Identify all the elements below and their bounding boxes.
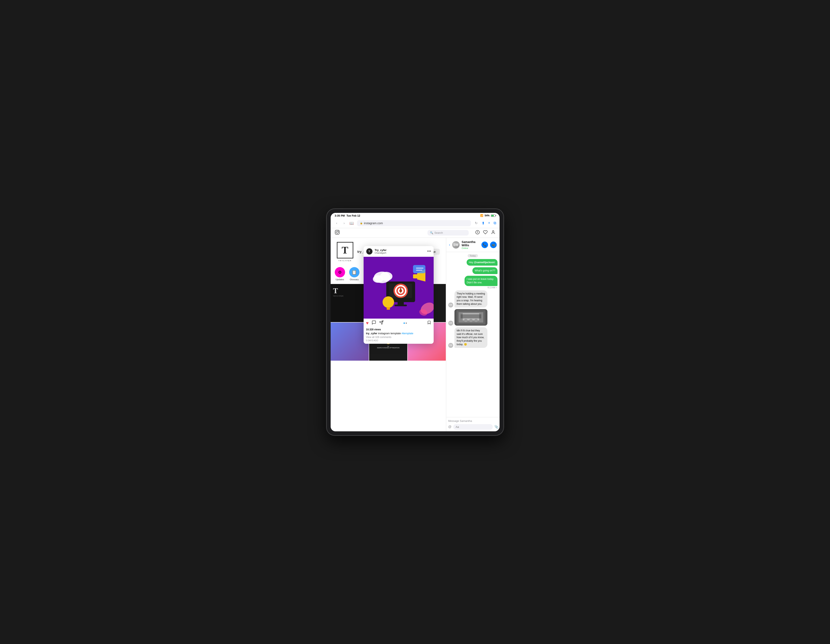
msg-body: Today Hey @samwilljackson! What's going … xyxy=(446,252,500,417)
post-card-body: 10.328 views try_cyfer instagram templat… xyxy=(364,328,434,344)
post-more-button[interactable]: ••• xyxy=(427,249,431,254)
msg-sender-avatar-2: SW xyxy=(448,320,453,325)
updates-label: Updates xyxy=(336,278,344,281)
msg-bubble-4: They're holding a meeting right now. Wai… xyxy=(455,290,488,308)
msg-back-button[interactable]: ‹ xyxy=(449,243,450,247)
glossary-label: Glossary xyxy=(350,278,359,281)
comment-button[interactable] xyxy=(372,320,376,326)
post-views: 10.328 views xyxy=(366,328,431,331)
trycyfer-logo: T xyxy=(337,242,353,259)
status-bar: 3:35 PM Tue Feb 12 📶 54% xyxy=(331,213,500,219)
battery-icon xyxy=(491,214,496,217)
msg-online-status: Online xyxy=(462,247,479,249)
bookmark-button[interactable] xyxy=(427,320,431,326)
msg-timestamp-1: 8:13 AM ✓ xyxy=(488,286,497,289)
msg-image-svg xyxy=(455,309,488,325)
svg-marker-4 xyxy=(477,231,478,232)
video-call-button[interactable]: 📹 xyxy=(490,241,497,248)
heart-icon[interactable] xyxy=(483,230,488,236)
svg-rect-23 xyxy=(413,274,418,278)
svg-marker-5 xyxy=(477,232,478,233)
reload-button[interactable]: ↻ xyxy=(474,220,479,226)
msg-image-bubble[interactable] xyxy=(455,309,488,325)
glossary-item[interactable]: 📋 Glossary xyxy=(349,267,360,281)
msg-input-placeholder: Message Samantha xyxy=(448,419,497,423)
svg-point-1 xyxy=(336,231,338,233)
ipad-screen: 3:35 PM Tue Feb 12 📶 54% ‹ › 📖 🔒 instagr… xyxy=(331,213,500,431)
bookmarks-button[interactable]: 📖 xyxy=(349,220,355,226)
profile-logo: T TRYCYFER xyxy=(337,242,353,262)
svg-point-37 xyxy=(474,319,478,322)
msg-bubble-3: I was put on leave today. Didn't file on… xyxy=(464,276,497,286)
post-card-username: Try_cyfer xyxy=(375,249,425,252)
phone-call-button[interactable]: 📞 xyxy=(482,241,488,248)
dots-indicator xyxy=(404,322,407,324)
dot-1 xyxy=(404,322,405,324)
ig-profile-area: T TRYCYFER try_cyfer Follow Message xyxy=(331,238,446,431)
svg-rect-11 xyxy=(394,305,407,306)
like-button[interactable]: ♥ xyxy=(366,320,369,326)
time-display: 3:35 PM xyxy=(335,214,345,217)
grid-item-1[interactable]: T TRYCYFER xyxy=(331,284,369,322)
msg-row-5: SW xyxy=(448,309,497,325)
attach-icon[interactable]: 📎 xyxy=(494,425,499,429)
ig-navbar: 🔍 Search xyxy=(331,228,500,238)
lock-icon: 🔒 xyxy=(360,222,363,224)
browser-chrome: ‹ › 📖 🔒 instagram.com ↻ ⬆ + ⧉ xyxy=(331,219,500,228)
tabs-button[interactable]: ⧉ xyxy=(494,221,496,225)
profile-icon[interactable] xyxy=(491,230,496,236)
msg-row-4: SW They're holding a meeting right now. … xyxy=(448,290,497,308)
svg-point-6 xyxy=(493,231,494,232)
caption-username: try_cyfer xyxy=(366,332,377,335)
url-text: instagram.com xyxy=(364,222,383,225)
svg-rect-26 xyxy=(413,265,425,273)
msg-call-buttons: 📞 📹 xyxy=(482,241,497,248)
msg-contact-info: Samantha Willis Online xyxy=(462,240,479,249)
trycyfer-label: TRYCYFER xyxy=(338,260,352,262)
msg-text-field[interactable] xyxy=(453,424,493,430)
post-caption: try_cyfer instagram template #template xyxy=(366,332,431,335)
svg-point-21 xyxy=(373,275,383,283)
view-comments-link[interactable]: View all 328 comments xyxy=(366,336,431,339)
dot-2 xyxy=(405,322,407,324)
svg-rect-0 xyxy=(335,230,339,234)
msg-avatar: SW xyxy=(452,241,459,249)
share-button[interactable]: ⬆ xyxy=(482,221,485,225)
msg-contact-name: Samantha Willis xyxy=(462,240,479,247)
svg-point-35 xyxy=(464,319,467,322)
caption-text: instagram template xyxy=(378,332,401,335)
svg-point-36 xyxy=(469,319,473,322)
msg-avatar-img: SW xyxy=(452,241,459,249)
share-post-button[interactable] xyxy=(379,320,383,326)
back-button[interactable]: ‹ xyxy=(334,220,340,226)
msg-row-1: Hey @samwilljackson! xyxy=(448,259,497,266)
post-illustration xyxy=(364,257,434,319)
battery-percent: 54% xyxy=(485,214,489,217)
new-tab-button[interactable]: + xyxy=(488,221,490,225)
msg-row-6: SW Idk if it's true but they said it's o… xyxy=(448,327,497,348)
wifi-icon: 📶 xyxy=(480,214,483,217)
main-content: T TRYCYFER try_cyfer Follow Message xyxy=(331,238,500,431)
svg-point-24 xyxy=(383,297,394,308)
svg-rect-25 xyxy=(386,307,390,310)
url-bar[interactable]: 🔒 instagram.com xyxy=(357,220,471,226)
msg-sender-avatar-1: SW xyxy=(448,303,453,308)
caption-hashtag: #template xyxy=(401,332,413,335)
msg-row-3: I was put on leave today. Didn't file on… xyxy=(448,276,497,289)
compass-icon[interactable] xyxy=(475,230,480,236)
msg-bubble-2: What's going on?? xyxy=(472,267,497,274)
msg-row-2: What's going on?? xyxy=(448,267,497,274)
grid-item-4[interactable] xyxy=(331,322,369,361)
updates-icon: ⚙ xyxy=(335,267,345,278)
post-card-location: Chandigarh xyxy=(375,252,425,254)
svg-point-2 xyxy=(338,231,339,232)
search-icon: 🔍 xyxy=(430,231,433,234)
updates-item[interactable]: ⚙ Updates xyxy=(335,267,345,281)
glossary-for-text: forSEARCH ENGINE OPTIMIZATION xyxy=(377,346,399,349)
messages-panel: ‹ SW Samantha Willis Online 📞 📹 To xyxy=(446,238,500,431)
ig-search-bar[interactable]: 🔍 Search xyxy=(428,230,469,236)
at-icon[interactable]: @ xyxy=(448,425,451,429)
msg-sender-avatar-3: SW xyxy=(448,343,453,348)
post-card-actions: ♥ xyxy=(364,319,434,328)
forward-button[interactable]: › xyxy=(341,220,347,226)
